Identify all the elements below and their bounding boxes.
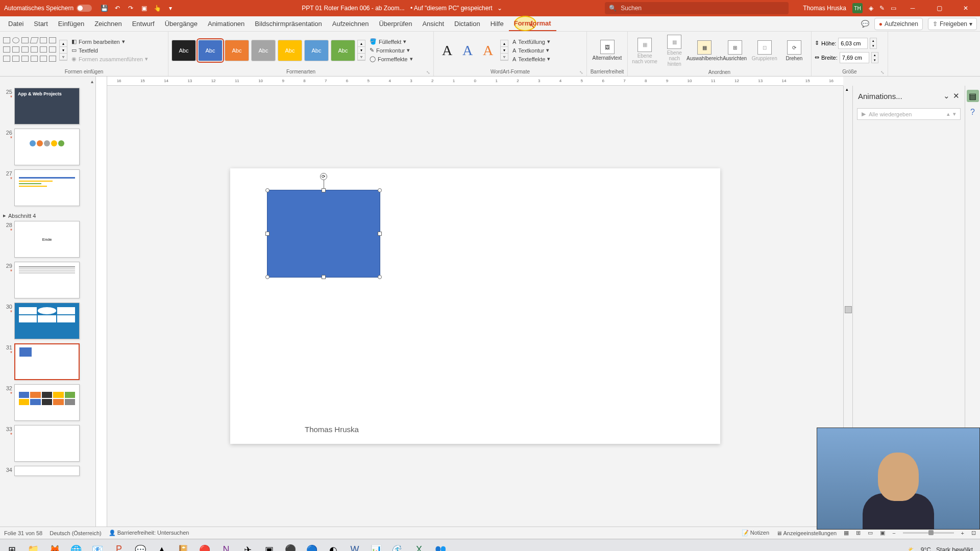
wordart-style-3[interactable]: A [478,42,498,59]
tab-animationen[interactable]: Animationen [203,16,250,31]
title-dropdown-icon[interactable]: ⌄ [497,5,502,12]
tab-hilfe[interactable]: Hilfe [485,16,509,31]
thumb-30[interactable] [14,303,80,339]
display-settings-button[interactable]: 🖥 Anzeigeeinstellungen [776,530,837,536]
thumb-26[interactable] [14,129,80,165]
view-sorter-icon[interactable]: ⊞ [856,530,861,536]
thumb-31[interactable] [14,343,80,380]
style-black[interactable]: Abc [172,40,196,61]
shape-styles-launcher[interactable]: ⤡ [426,70,430,75]
handle-br[interactable] [378,275,382,279]
thumb-32[interactable] [14,384,80,421]
view-reading-icon[interactable]: ▭ [868,530,873,536]
temperature[interactable]: 9°C [921,546,931,552]
width-input[interactable] [840,52,869,63]
help-tab-icon[interactable]: ? [967,106,979,118]
section-header[interactable]: ▸Abschnitt 4 [2,210,93,221]
undo-icon[interactable]: ↶ [113,4,121,12]
panel-scroll-up[interactable]: ▴ [91,79,93,84]
outline-button[interactable]: ✎Formkontur▾ [368,46,415,54]
thumb-28[interactable]: Ende [14,221,80,258]
wordart-gallery-more[interactable]: ▴▾▿ [500,40,508,61]
align-button[interactable]: ⊞Ausrichten [721,38,748,63]
close-button[interactable]: ✕ [955,0,976,16]
comments-icon[interactable]: 💬 [861,20,869,28]
maximize-button[interactable]: ▢ [929,0,949,16]
fill-button[interactable]: 🪣Fülleffekt▾ [368,38,415,45]
style-yellow[interactable]: Abc [278,40,302,61]
autosave-toggle[interactable] [77,5,92,12]
style-lightblue[interactable]: Abc [304,40,329,61]
texteffects-button[interactable]: ATexteffekte▾ [510,55,552,63]
zoom-out-icon[interactable]: − [892,530,895,536]
effects-button[interactable]: ◯Formeffekte▾ [368,55,415,63]
thumb-34[interactable] [14,466,80,476]
shape-style-gallery[interactable]: Abc Abc Abc Abc Abc Abc Abc [172,40,355,61]
excel-icon[interactable]: X [409,540,429,552]
style-blue[interactable]: Abc [198,40,223,61]
search-box[interactable]: 🔍 [605,2,789,14]
tab-einfuegen[interactable]: Einfügen [53,16,89,31]
alttext-button[interactable]: 🖼 Alternativtext [593,38,622,63]
scroll-thumb[interactable] [845,306,852,313]
tab-ansicht[interactable]: Ansicht [417,16,449,31]
record-button[interactable]: ●Aufzeichnen [874,18,923,30]
textfield-button[interactable]: ▭Textfeld [69,46,150,54]
minimize-button[interactable]: ─ [902,0,923,16]
pen-icon[interactable]: ✎ [879,5,885,12]
share-button[interactable]: ⇧Freigeben▾ [928,18,977,30]
slide-canvas[interactable]: ⟳ Thomas Hruska [230,168,720,444]
edit-shape-button[interactable]: ◧Form bearbeiten▾ [69,38,150,45]
handle-tr[interactable] [378,188,382,192]
wordart-style-2[interactable]: A [457,42,478,59]
wordart-launcher[interactable]: ⤡ [579,70,583,75]
tab-datei[interactable]: Datei [3,16,29,31]
search-input[interactable] [621,5,785,12]
qat-more-icon[interactable]: ▾ [166,4,175,12]
handle-ml[interactable] [265,232,270,236]
handle-bc[interactable] [322,275,326,279]
accessibility-status[interactable]: 👤 Barrierefreiheit: Untersuchen [109,530,189,536]
shapes-gallery-more[interactable]: ▴▾▿ [59,40,67,61]
tab-uebergaenge[interactable]: Übergänge [160,16,203,31]
onenote-icon[interactable]: N [216,540,236,552]
wordart-style-1[interactable]: A [437,42,457,59]
telegram-icon[interactable]: ✈ [238,540,257,552]
textoutline-button[interactable]: ATextkontur▾ [510,46,552,54]
app-icon-3[interactable]: 🔴 [195,540,214,552]
textfill-button[interactable]: ATextfüllung▾ [510,38,552,45]
app-icon-2[interactable]: 📔 [174,540,193,552]
style-orange[interactable]: Abc [225,40,249,61]
thumb-33[interactable] [14,425,80,462]
redo-icon[interactable]: ↷ [127,4,135,12]
tab-zeichnen[interactable]: Zeichnen [89,16,127,31]
notes-button[interactable]: 📝 Notizen [742,530,769,536]
handle-mr[interactable] [378,232,382,236]
vlc-icon[interactable]: ▲ [152,540,172,552]
zoom-slider[interactable] [903,532,954,534]
style-gray[interactable]: Abc [251,40,276,61]
pane-options-icon[interactable]: ⌄ [943,91,950,101]
language-indicator[interactable]: Deutsch (Österreich) [50,530,101,536]
rotate-handle[interactable]: ⟳ [320,173,327,180]
handle-tc[interactable] [322,188,326,192]
diamond-icon[interactable]: ◈ [869,5,873,12]
teams-icon[interactable]: 👥 [431,540,450,552]
window-icon[interactable]: ▭ [891,5,896,12]
tab-start[interactable]: Start [29,16,53,31]
size-launcher[interactable]: ⤡ [880,70,885,75]
powerpoint-icon[interactable]: P [109,540,129,552]
app-icon-1[interactable]: 💬 [131,540,150,552]
thumb-29[interactable] [14,262,80,298]
scroll-up-icon[interactable]: ▴ [846,87,848,92]
outlook-icon[interactable]: 📧 [88,540,107,552]
thumb-25[interactable]: App & Web Projects [14,88,80,124]
present-icon[interactable]: ▣ [140,4,148,12]
word-icon[interactable]: W [345,540,364,552]
handle-tl[interactable] [265,188,270,192]
tab-entwurf[interactable]: Entwurf [127,16,160,31]
view-slideshow-icon[interactable]: ▣ [880,530,885,536]
width-spinner[interactable]: ▴▾ [871,52,878,63]
tab-bildschirmpraesentation[interactable]: Bildschirmpräsentation [250,16,327,31]
obs-icon[interactable]: ⚫ [281,540,300,552]
